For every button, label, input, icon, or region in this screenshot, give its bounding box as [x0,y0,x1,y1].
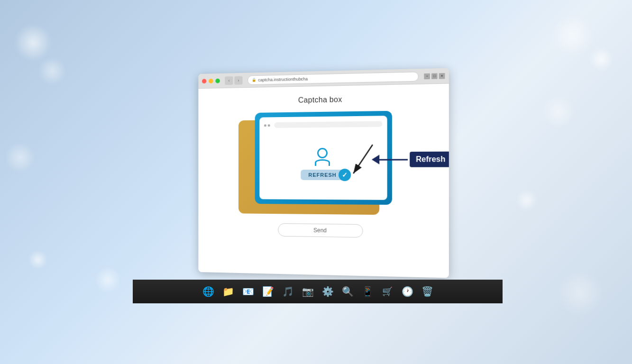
maximize-button[interactable]: □ [431,73,438,79]
dock-icon-photos[interactable]: 📷 [299,283,316,300]
browser-content: Captcha box [198,84,449,278]
user-shoulders-icon [315,159,330,165]
arrow-line [379,159,408,160]
dock-icon-search[interactable]: 🔍 [339,283,356,300]
address-text: captcha.instructionthubcha [258,76,308,82]
dock: 🌐 📁 📧 📝 🎵 📷 ⚙️ 🔍 📱 🛒 🕐 🗑️ [133,280,503,303]
forward-button[interactable]: › [234,76,242,84]
refresh-label: Refresh [410,152,449,167]
dock-icon-settings[interactable]: ⚙️ [319,283,336,300]
card-dot [264,124,266,127]
diagonal-arrow [330,140,377,178]
dock-icon-email[interactable]: 📧 [239,283,256,300]
card-address-bar [274,121,382,128]
traffic-light-green[interactable] [215,78,220,83]
dock-icon-finder[interactable]: 📁 [220,283,237,300]
submit-button[interactable]: Send [278,223,363,237]
traffic-light-red[interactable] [202,79,206,83]
dock-icon-notes[interactable]: 📝 [259,283,276,300]
dock-icon-phone[interactable]: 📱 [359,283,376,300]
captcha-card-wrapper: REFRESH ✓ [246,111,397,217]
user-head-icon [317,147,328,158]
laptop-wrapper: ‹ › 🔒 captcha.instructionthubcha − □ × C… [24,9,612,351]
browser-window: ‹ › 🔒 captcha.instructionthubcha − □ × C… [198,68,449,278]
traffic-light-yellow[interactable] [209,79,213,83]
dock-icon-trash[interactable]: 🗑️ [419,283,436,300]
card-dots [264,124,270,127]
page-title: Captcha box [298,95,342,105]
card-dot [268,124,270,127]
user-icon [315,147,330,165]
dock-icon-browser[interactable]: 🌐 [200,283,217,300]
refresh-annotation: Refresh [372,152,449,167]
browser-nav-buttons: ‹ › [225,76,242,84]
close-button[interactable]: × [439,73,445,79]
laptop: ‹ › 🔒 captcha.instructionthubcha − □ × C… [133,57,503,303]
dock-icon-store[interactable]: 🛒 [379,283,396,300]
secure-icon: 🔒 [252,78,256,82]
back-button[interactable]: ‹ [225,76,233,85]
dock-icon-clock[interactable]: 🕐 [399,283,416,300]
svg-line-1 [353,145,373,173]
address-bar[interactable]: 🔒 captcha.instructionthubcha [247,72,419,85]
dock-icon-music[interactable]: 🎵 [279,283,296,300]
inner-card-header [264,119,382,129]
window-buttons: − □ × [424,73,445,79]
minimize-button[interactable]: − [424,73,430,79]
